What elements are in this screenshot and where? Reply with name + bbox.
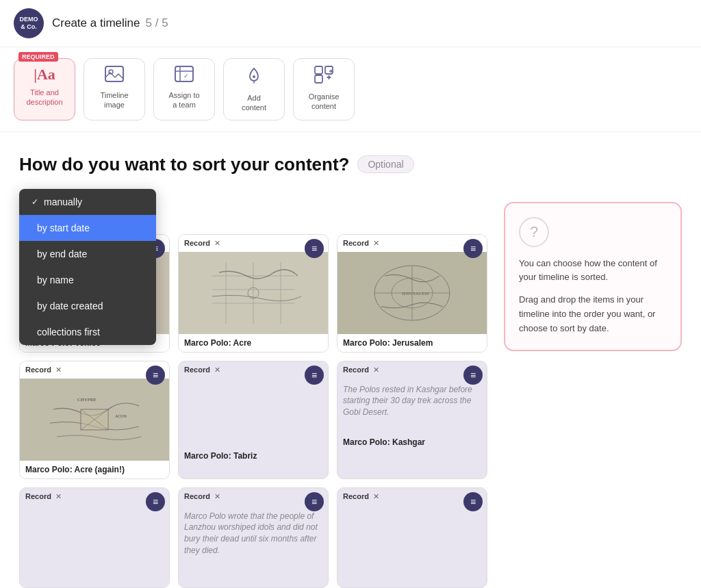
record-caption-tabriz: Marco Polo: Tabriz (179, 447, 328, 465)
close-button-2[interactable]: ✕ (214, 239, 220, 248)
info-text-1: You can choose how the content of your t… (519, 257, 667, 285)
record-card-acre: Record ✕ ≡ (178, 234, 329, 353)
progress-indicator: 5 / 5 (146, 16, 168, 30)
record-image-acre (179, 252, 328, 334)
svg-rect-0 (105, 66, 123, 81)
dropdown-item-by-date-created[interactable]: by date created (19, 293, 156, 319)
info-panel: ? You can choose how the content of your… (504, 202, 682, 351)
record-text-lanzhou: Marco Polo wrote that the people of Lanz… (179, 505, 328, 587)
record-tag-5: Record (184, 366, 210, 374)
content-area: How do you want to sort your content? Op… (19, 154, 487, 588)
wizard-step-team[interactable]: ✓ Assign toa team (153, 58, 215, 120)
record-card-lanzhou: Record ✕ ≡ Marco Polo wrote that the peo… (178, 487, 329, 588)
record-card-tabriz: Record ✕ ≡ Marco Polo: Tabriz (178, 361, 329, 479)
drag-handle-4[interactable]: ≡ (146, 366, 165, 385)
record-card-jerusalem: Record ✕ ≡ IERVSALEM (337, 234, 487, 353)
record-text-kashgar: The Polos rested in Kashgar before start… (337, 379, 487, 433)
record-tag-3: Record (343, 239, 369, 247)
empty-area-7 (20, 505, 169, 587)
check-icon: ✓ (31, 197, 38, 207)
record-card-kashgar: Record ✕ ≡ The Polos rested in Kashgar b… (337, 361, 487, 479)
drag-handle-5[interactable]: ≡ (305, 366, 324, 385)
svg-text:ACON: ACON (115, 414, 127, 418)
drag-handle-7[interactable]: ≡ (146, 492, 165, 511)
wizard-steps: REQUIRED |Aa Title anddescription Timeli… (0, 47, 701, 132)
sort-dropdown-menu: ✓ manually by start date by end date by … (19, 189, 156, 345)
step-label-team: Assign toa team (168, 90, 199, 110)
main-content: How do you want to sort your content? Op… (0, 132, 701, 588)
step-label-organise: Organisecontent (309, 92, 340, 112)
image-icon (105, 66, 124, 86)
info-panel-text: You can choose how the content of your t… (519, 257, 667, 336)
record-tag-7: Record (25, 492, 51, 500)
content-icon (244, 66, 264, 89)
team-icon: ✓ (175, 66, 194, 86)
dropdown-item-collections-first[interactable]: collections first (19, 319, 156, 345)
drag-handle-9[interactable]: ≡ (463, 492, 483, 511)
step-label-image: Timelineimage (100, 90, 128, 110)
svg-rect-8 (315, 66, 322, 74)
sort-section: Sort your content... ✓ manually by start… (19, 189, 487, 200)
record-caption-acre: Marco Polo: Acre (179, 334, 328, 352)
wizard-step-organise[interactable]: Organisecontent (293, 58, 355, 120)
record-card-acre-again: Record ✕ ≡ CHYPRE ACON (19, 361, 170, 479)
record-image-jerusalem: IERVSALEM (337, 252, 487, 334)
empty-area-5 (179, 379, 328, 447)
svg-point-6 (253, 75, 255, 78)
record-card-7: Record ✕ ≡ (19, 487, 170, 588)
close-button-7[interactable]: ✕ (55, 492, 62, 501)
optional-badge: Optional (357, 155, 413, 173)
info-text-2: Drag and drop the items in your timeline… (519, 293, 667, 335)
page-title: Create a timeline (52, 16, 140, 30)
header: DEMO & Co. Create a timeline 5 / 5 (0, 0, 701, 47)
record-tag-6: Record (343, 366, 369, 374)
record-card-9: Record ✕ ≡ (337, 487, 487, 588)
record-caption-acre-again: Marco Polo: Acre (again!) (20, 461, 169, 478)
record-tag-8: Record (184, 492, 210, 500)
close-button-6[interactable]: ✕ (373, 366, 379, 374)
record-caption-jerusalem: Marco Polo: Jerusalem (337, 334, 487, 352)
dropdown-item-by-name[interactable]: by name (19, 267, 156, 293)
svg-text:CHYPRE: CHYPRE (77, 397, 97, 402)
wizard-step-title[interactable]: REQUIRED |Aa Title anddescription (14, 58, 75, 120)
close-button-4[interactable]: ✕ (55, 366, 62, 374)
question-heading: How do you want to sort your content? Op… (19, 154, 487, 175)
close-button-8[interactable]: ✕ (214, 492, 220, 501)
close-button-9[interactable]: ✕ (373, 492, 379, 501)
step-label-add-content: Addcontent (242, 93, 266, 113)
svg-text:IERVSALEM: IERVSALEM (402, 291, 429, 296)
wizard-step-content[interactable]: Addcontent (223, 58, 285, 120)
close-button-3[interactable]: ✕ (373, 239, 379, 248)
dropdown-item-by-end-date[interactable]: by end date (19, 241, 156, 267)
help-icon: ? (519, 217, 549, 247)
drag-handle-8[interactable]: ≡ (305, 492, 324, 511)
dropdown-item-manually[interactable]: ✓ manually (19, 189, 156, 215)
drag-handle-6[interactable]: ≡ (463, 366, 483, 385)
svg-text:✓: ✓ (183, 73, 189, 79)
record-tag-9: Record (343, 492, 369, 500)
required-badge: REQUIRED (18, 52, 58, 62)
title-icon: |Aa (34, 66, 55, 84)
record-caption-kashgar: Marco Polo: Kashgar (337, 433, 487, 451)
dropdown-item-by-start-date[interactable]: by start date (19, 215, 156, 241)
logo: DEMO & Co. (14, 8, 44, 38)
question-text: How do you want to sort your content? (19, 154, 349, 175)
empty-area-9 (337, 505, 487, 587)
record-image-acre2: CHYPRE ACON (20, 379, 169, 461)
record-tag-4: Record (25, 366, 51, 374)
step-label-title: Title anddescription (26, 88, 62, 107)
organise-icon (314, 66, 333, 88)
svg-rect-10 (315, 75, 322, 83)
record-tag-2: Record (184, 239, 210, 247)
wizard-step-image[interactable]: Timelineimage (84, 58, 145, 120)
close-button-5[interactable]: ✕ (214, 366, 220, 374)
